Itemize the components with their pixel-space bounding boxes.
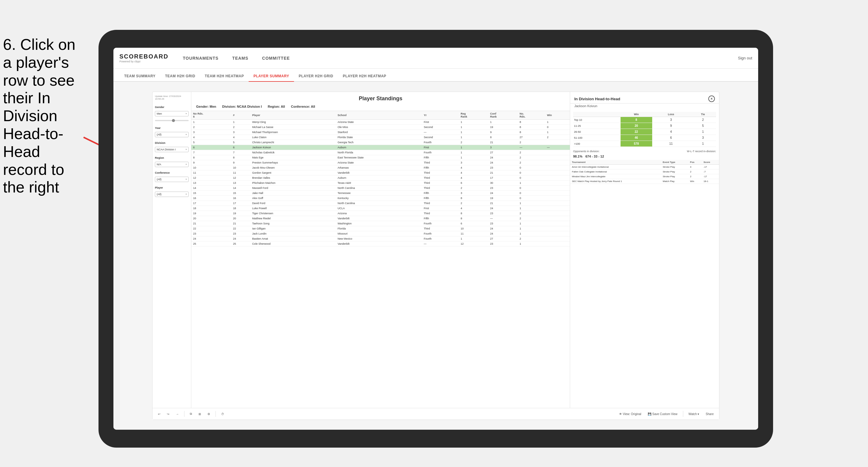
table-row[interactable]: 20 20 Matthew Riedel Vanderbilt Fifth 8 …: [191, 216, 570, 221]
cell-num: 20: [191, 216, 231, 221]
cell-conf: 19: [488, 196, 518, 201]
cell-reg: 11: [459, 231, 488, 236]
table-row[interactable]: 19 19 Tiger Christensen Arizona Third 8 …: [191, 211, 570, 216]
table-row[interactable]: 7 7 Nicholas Gabrelcik North Florida Fou…: [191, 150, 570, 155]
view-original-button[interactable]: 👁 View: Original: [617, 411, 644, 416]
table-row[interactable]: 13 13 Phichaksn Maichon Texas A&M Third …: [191, 181, 570, 186]
cell-num: 12: [191, 176, 231, 181]
h2h-pct: 98.1%: [573, 155, 582, 158]
tab-team-h2h-heatmap[interactable]: TEAM H2H HEATMAP: [200, 71, 249, 82]
tour-cell-name: Fallen Oak Collegiate Invitational: [570, 169, 661, 174]
cell-yr: Third: [422, 226, 459, 231]
table-row[interactable]: 21 21 Taehoon Song Washington Fourth 6 2…: [191, 221, 570, 226]
cell-rds: 0: [518, 196, 545, 201]
table-row[interactable]: 12 12 Brendan Valles Auburn Third 4 17 0: [191, 176, 570, 181]
table-row[interactable]: 15 15 Jake Hall Tennessee Fifth 3 24 0: [191, 191, 570, 196]
tablet-device: SCOREBOARD Powered by clippi TOURNAMENTS…: [98, 30, 773, 447]
cell-rank: 21: [231, 221, 250, 226]
region-filter[interactable]: N/A ▾: [155, 162, 189, 167]
table-row[interactable]: 4 4 Luke Claton Florida State Second 1 8…: [191, 135, 570, 140]
table-row[interactable]: 5 5 Christo Lamprecht Georgia Tech Fourt…: [191, 140, 570, 145]
h2h-cell-win: 46: [621, 135, 652, 141]
table-row[interactable]: 3 3 Michael Thorbjornsen Stanford — 1 9 …: [191, 130, 570, 135]
cell-school: Ole Miss: [336, 125, 422, 130]
sign-out-link[interactable]: Sign out: [738, 56, 752, 60]
paste-button[interactable]: ⊞: [196, 411, 203, 416]
nav-committee[interactable]: COMMITTEE: [260, 54, 292, 62]
table-row[interactable]: 6 6 Jackson Koivun Auburn First 1 3 — —: [191, 145, 570, 150]
cell-player: Jack Lundin: [250, 231, 336, 236]
cell-reg: 2: [459, 201, 488, 206]
cell-reg: 1: [459, 236, 488, 241]
tour-cell-pos: 2: [688, 174, 702, 179]
redo-button[interactable]: ↪: [164, 411, 172, 416]
tab-team-h2h-grid[interactable]: TEAM H2H GRID: [160, 71, 200, 82]
cell-conf: 17: [488, 176, 518, 181]
table-row[interactable]: 18 18 Luke Powell UCLA First 4 24 1: [191, 206, 570, 211]
no-rds-slider[interactable]: [155, 120, 189, 121]
nav-tournaments[interactable]: TOURNAMENTS: [180, 54, 221, 62]
cell-yr: First: [422, 120, 459, 125]
cell-yr: Fifth: [422, 216, 459, 221]
table-row[interactable]: 17 17 David Ford North Carolina Third 2 …: [191, 201, 570, 206]
header-right: Sign out: [738, 56, 752, 60]
cell-win: [545, 165, 570, 170]
cell-rank: 13: [231, 181, 250, 186]
h2h-table-wrap: Win Loss Tie Top 10 8 3 2 11-25 20 9 5 2…: [570, 110, 719, 149]
forward-button[interactable]: →: [174, 411, 181, 416]
cell-conf: 9: [488, 130, 518, 135]
tab-player-summary[interactable]: PLAYER SUMMARY: [249, 71, 294, 82]
cell-rank: 24: [231, 236, 250, 241]
timer-button[interactable]: ⏱: [219, 411, 226, 416]
cell-player: Michael La Sasse: [250, 125, 336, 130]
cell-conf: 3: [488, 145, 518, 150]
tour-table-row: SEC Match Play Hosted by Jerry Pate Roun…: [570, 179, 719, 184]
h2h-cell-tie: 2: [690, 117, 716, 123]
tour-col-score: Score: [702, 160, 719, 165]
player-filter[interactable]: (All) ▾: [155, 192, 189, 197]
table-row[interactable]: 16 16 Alex Goff Kentucky Fifth 8 19 0: [191, 196, 570, 201]
cell-conf: 8: [488, 135, 518, 140]
save-custom-button[interactable]: 💾 Save Custom View: [645, 411, 680, 416]
table-row[interactable]: 23 23 Jack Lundin Missouri Fourth 11 24 …: [191, 231, 570, 236]
tour-cell-score: -17: [702, 174, 719, 179]
standings-table: No Rds.6 # Player School Yr RegRank Conf…: [191, 111, 570, 247]
table-row[interactable]: 2 2 Michael La Sasse Ole Miss Second 1 1…: [191, 125, 570, 130]
cell-num: 25: [191, 241, 231, 247]
table-row[interactable]: 14 14 Maxwell Ford North Carolina Third …: [191, 186, 570, 191]
share-button[interactable]: Share: [703, 411, 716, 416]
cell-win: [545, 231, 570, 236]
save-icon: 💾: [648, 412, 651, 416]
close-h2h-button[interactable]: ×: [708, 95, 715, 102]
table-row[interactable]: 1 1 Wenyi Ding Arizona State First 1 1 8…: [191, 120, 570, 125]
settings-button[interactable]: ⚙: [205, 411, 213, 416]
tour-cell-name: SEC Match Play Hosted by Jerry Pate Roun…: [570, 179, 661, 184]
table-row[interactable]: 11 11 Gordon Sargent Vanderbilt Third 4 …: [191, 170, 570, 176]
table-row[interactable]: 24 24 Bastien Amat New Mexico Fourth 1 2…: [191, 236, 570, 241]
tab-team-summary[interactable]: TEAM SUMMARY: [119, 71, 160, 82]
instruction-text: 6. Click on a player's row to see their …: [0, 36, 87, 196]
watch-button[interactable]: Watch ▾: [686, 411, 702, 416]
cell-player: Mats Ege: [250, 155, 336, 160]
cell-num: 13: [191, 181, 231, 186]
division-filter[interactable]: NCAA Division I ▾: [155, 147, 189, 152]
copy-button[interactable]: ⧉: [187, 411, 194, 416]
table-row[interactable]: 8 8 Mats Ege East Tennessee State Fifth …: [191, 155, 570, 160]
cell-win: [545, 196, 570, 201]
h2h-wlt-label: W-L-T record in-division:: [687, 150, 716, 153]
nav-teams[interactable]: TEAMS: [230, 54, 251, 62]
table-row[interactable]: 10 10 Jacob Mou-Olesen Arkansas Fifth 4 …: [191, 165, 570, 170]
tab-player-h2h-heatmap[interactable]: PLAYER H2H HEATMAP: [338, 71, 391, 82]
table-row[interactable]: 22 22 Ian Gilligan Florida Third 10 24 1: [191, 226, 570, 231]
table-row[interactable]: 25 25 Cole Sherwood Vanderbilt — 12 23 1: [191, 241, 570, 247]
app-header: SCOREBOARD Powered by clippi TOURNAMENTS…: [114, 48, 758, 69]
year-filter[interactable]: (All) ▾: [155, 132, 189, 137]
conference-filter[interactable]: (All) ▾: [155, 177, 189, 182]
cell-school: Washington: [336, 221, 422, 226]
tab-player-h2h-grid[interactable]: PLAYER H2H GRID: [294, 71, 338, 82]
table-row[interactable]: 9 9 Preston Summerhays Arizona State Thi…: [191, 160, 570, 165]
cell-rds: 1: [518, 241, 545, 247]
undo-button[interactable]: ↩: [156, 411, 163, 416]
main-nav: TOURNAMENTS TEAMS COMMITTEE: [180, 54, 738, 62]
gender-filter[interactable]: Men ▾: [155, 111, 189, 116]
